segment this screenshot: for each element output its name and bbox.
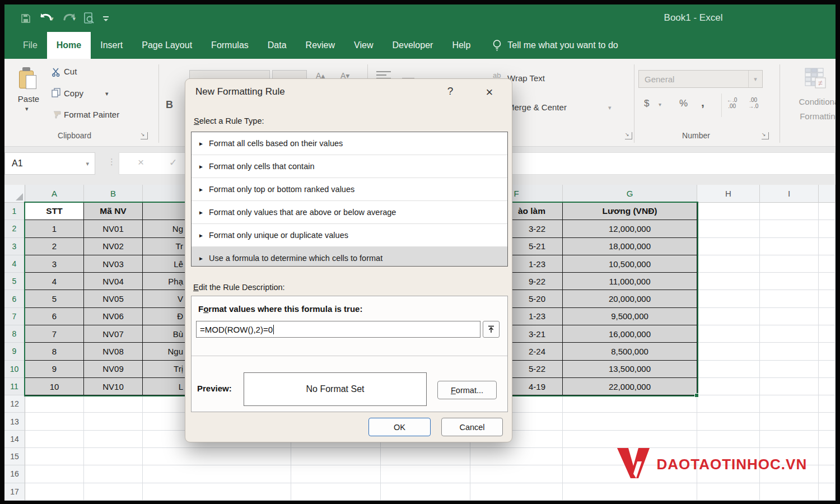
currency-dropdown-icon[interactable]: ▾ [659,101,661,108]
align-icon[interactable] [376,71,391,79]
cell[interactable] [819,325,836,343]
cell[interactable] [760,238,819,255]
print-preview-icon[interactable] [83,12,95,25]
cell[interactable] [697,255,760,273]
cell[interactable] [25,483,84,501]
cell[interactable] [697,220,760,237]
cut-icon[interactable] [52,67,61,79]
table-cell[interactable]: 2 [25,238,84,255]
cell[interactable] [760,343,819,360]
cell[interactable] [819,255,836,273]
table-cell[interactable]: 11,000,000 [563,273,697,290]
cell[interactable] [760,290,819,307]
tab-formulas[interactable]: Formulas [202,32,258,59]
table-cell[interactable]: NV07 [84,325,143,343]
dialog-close-icon[interactable]: × [480,85,499,100]
copy-button[interactable]: Copy [64,88,83,98]
tab-review[interactable]: Review [296,32,344,59]
paste-dropdown-icon[interactable]: ▾ [25,105,29,113]
table-cell[interactable]: 9,500,000 [563,308,697,325]
cell[interactable] [819,465,836,483]
table-cell[interactable]: 1 [25,220,84,237]
row-header-10[interactable]: 10 [4,361,25,378]
conditional-formatting-button[interactable]: Conditional Formatting [786,95,836,124]
row-header-11[interactable]: 11 [4,378,25,395]
cell[interactable] [381,448,470,465]
table-cell[interactable]: 20,000,000 [563,290,697,307]
tab-page-layout[interactable]: Page Layout [132,32,202,59]
cell[interactable] [819,220,836,237]
table-header-cell[interactable]: Mã NV [84,203,143,220]
cell[interactable] [291,483,381,501]
cell[interactable] [563,483,697,501]
row-header-1[interactable]: 1 [4,203,25,220]
cell[interactable] [84,413,143,430]
name-box[interactable]: A1 ▾ [4,152,95,175]
row-header-7[interactable]: 7 [4,308,25,325]
cell[interactable] [470,465,563,483]
formula-bar-grip-icon[interactable]: ⋮ [108,157,116,167]
row-header-15[interactable]: 15 [4,448,25,465]
cell[interactable] [760,255,819,273]
cell[interactable] [697,325,760,343]
cell[interactable] [381,465,470,483]
table-cell[interactable]: 9 [25,361,84,378]
undo-button[interactable]: ▾ [39,13,54,24]
conditional-formatting-icon[interactable]: ≠ [804,67,827,91]
tab-home[interactable]: Home [47,32,91,59]
cell[interactable] [819,343,836,360]
paste-button[interactable]: Paste ▾ [14,68,43,130]
cell[interactable] [25,395,84,413]
cell[interactable] [760,220,819,237]
table-cell[interactable]: NV04 [84,273,143,290]
customize-qat-icon[interactable] [102,15,109,22]
column-header-B[interactable]: B [84,185,143,203]
cell[interactable] [760,378,819,395]
cell[interactable] [760,413,819,430]
rule-type-item-2[interactable]: ►Format only cells that contain [192,155,507,178]
redo-button[interactable]: ▾ [62,13,76,24]
copy-icon[interactable] [52,88,61,100]
cell[interactable] [84,431,143,448]
tell-me-box[interactable]: Tell me what you want to do [480,32,618,59]
cell[interactable] [760,203,819,220]
cell[interactable] [697,361,760,378]
table-cell[interactable]: 18,000,000 [563,238,697,255]
cell[interactable] [760,273,819,290]
column-header-partial[interactable] [819,185,836,203]
cell[interactable] [819,395,836,413]
row-header-9[interactable]: 9 [4,343,25,360]
fill-handle[interactable] [694,393,699,398]
row-header-4[interactable]: 4 [4,255,25,273]
comma-style-button[interactable]: , [701,96,704,109]
cell[interactable] [819,413,836,430]
tab-file[interactable]: File [13,32,47,59]
cell[interactable] [760,431,819,448]
row-header-12[interactable]: 12 [4,395,25,413]
cell[interactable] [819,483,836,501]
save-icon[interactable] [20,13,31,24]
cell[interactable] [25,413,84,430]
row-header-6[interactable]: 6 [4,290,25,307]
table-cell[interactable]: 12,000,000 [563,220,697,237]
number-dialog-launcher-icon[interactable]: ↘ [762,132,769,139]
name-box-dropdown-icon[interactable]: ▾ [86,160,95,167]
cell[interactable] [143,448,291,465]
table-cell[interactable]: 8,500,000 [563,343,697,360]
clipboard-dialog-launcher-icon[interactable]: ↘ [141,132,148,139]
cell[interactable] [819,238,836,255]
cell[interactable] [291,465,381,483]
column-header-G[interactable]: G [563,185,697,203]
row-header-16[interactable]: 16 [4,465,25,483]
rule-type-item-5[interactable]: ►Format only unique or duplicate values [192,224,507,247]
row-header-5[interactable]: 5 [4,273,25,290]
cell[interactable] [697,483,760,501]
table-cell[interactable]: 6 [25,308,84,325]
cell[interactable] [760,325,819,343]
cell[interactable] [697,290,760,307]
format-button[interactable]: Format... [437,381,497,399]
column-header-I[interactable]: I [760,185,819,203]
table-cell[interactable]: 10 [25,378,84,395]
cell[interactable] [143,483,291,501]
cell[interactable] [697,413,760,430]
